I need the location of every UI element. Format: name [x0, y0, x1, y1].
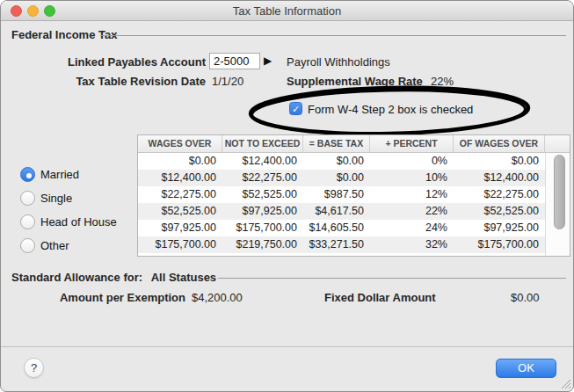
cell: 10%: [370, 170, 454, 186]
radio-single[interactable]: Single: [20, 191, 117, 206]
standard-allowance-title: Standard Allowance for:: [11, 271, 142, 284]
col-base-tax: = BASE TAX: [303, 135, 370, 152]
footer-divider: [1, 346, 573, 347]
cell: $0.00: [303, 153, 370, 170]
radio-other[interactable]: Other: [20, 238, 117, 253]
help-button[interactable]: ?: [24, 358, 44, 378]
cell: $97,925.00: [138, 220, 222, 236]
standard-allowance-heading: Standard Allowance for: All Statuses: [11, 271, 216, 284]
radio-other-control[interactable]: [20, 238, 35, 253]
cell: $52,525.00: [222, 186, 303, 203]
cell: $97,925.00: [222, 203, 303, 220]
radio-married[interactable]: Married: [20, 167, 117, 182]
revision-date-value: 1/1/20: [212, 75, 243, 88]
window-title: Tax Table Information: [233, 4, 341, 18]
table-row: $12,400.00 $22,275.00 $0.00 10% $12,400.…: [138, 170, 570, 186]
cell: 24%: [370, 220, 454, 236]
radio-head-of-house-label: Head of House: [40, 215, 117, 229]
amount-per-exemption-value: $4,200.00: [192, 291, 243, 304]
table-row: $0.00 $12,400.00 $0.00 0% $0.00: [138, 153, 570, 170]
cell: $0.00: [454, 153, 545, 170]
linked-payables-account-label: Linked Payables Account: [1, 55, 206, 69]
cell: $14,605.50: [303, 220, 370, 236]
cell: $22,275.00: [454, 186, 545, 203]
table-scrollbar-track[interactable]: [545, 153, 570, 256]
revision-date-label: Tax Table Revision Date: [1, 75, 206, 88]
cell: $52,525.00: [454, 203, 545, 220]
federal-section-rule: [100, 35, 566, 36]
col-not-to-exceed: NOT TO EXCEED: [222, 135, 303, 152]
cell: $22,275.00: [222, 170, 303, 186]
radio-head-of-house-control[interactable]: [20, 214, 35, 229]
cell: $12,400.00: [454, 170, 545, 186]
cell: $33,271.50: [303, 236, 370, 253]
zoom-window-icon[interactable]: [44, 5, 55, 17]
amount-per-exemption-label: Amount per Exemption: [1, 291, 185, 304]
col-percent: + PERCENT: [370, 135, 454, 152]
table-scrollbar-thumb[interactable]: [554, 155, 565, 229]
table-row: $22,275.00 $52,525.00 $987.50 12% $22,27…: [138, 186, 570, 203]
radio-married-control[interactable]: [20, 167, 35, 182]
cell: $22,275.00: [138, 186, 222, 203]
cell: $175,700.00: [454, 236, 545, 253]
cell: 22%: [370, 203, 454, 220]
radio-head-of-house[interactable]: Head of House: [20, 214, 117, 229]
radio-other-label: Other: [40, 239, 69, 252]
tax-table-information-dialog: Tax Table Information Federal Income Tax…: [0, 0, 574, 392]
cell: $175,700.00: [222, 220, 303, 236]
col-scrollbar-spacer: [545, 135, 570, 152]
cell: $175,700.00: [138, 236, 222, 253]
cell: $4,617.50: [303, 203, 370, 220]
minimize-window-icon[interactable]: [27, 5, 39, 17]
cell: $12,400.00: [138, 170, 222, 186]
cell: $219,750.00: [222, 236, 303, 253]
standard-allowance-rule: [218, 278, 566, 279]
table-row: $97,925.00 $175,700.00 $14,605.50 24% $9…: [138, 220, 570, 236]
account-detail-arrow-icon[interactable]: ▶: [264, 54, 272, 67]
linked-payables-account-name: Payroll Withholdings: [287, 55, 390, 69]
cell: 12%: [370, 186, 454, 203]
w4-step2-checkbox-label[interactable]: Form W-4 Step 2 box is checked: [308, 103, 473, 116]
filing-status-group: Married Single Head of House Other: [20, 167, 117, 262]
resize-grip[interactable]: [559, 377, 571, 389]
close-window-icon[interactable]: [11, 5, 22, 17]
fixed-dollar-amount-value: $0.00: [511, 291, 540, 304]
tax-bracket-table: WAGES OVER NOT TO EXCEED = BASE TAX + PE…: [137, 134, 570, 257]
ok-button[interactable]: OK: [496, 359, 556, 378]
cell: 32%: [370, 236, 454, 253]
radio-single-label: Single: [40, 192, 72, 205]
tax-table-header-row: WAGES OVER NOT TO EXCEED = BASE TAX + PE…: [138, 135, 570, 153]
cell: $0.00: [303, 170, 370, 186]
table-row: $52,525.00 $97,925.00 $4,617.50 22% $52,…: [138, 203, 570, 220]
col-wages-over: WAGES OVER: [138, 135, 222, 152]
supplemental-wage-rate-value: 22%: [431, 75, 454, 88]
cell: $12,400.00: [222, 153, 303, 170]
fixed-dollar-amount-label: Fixed Dollar Amount: [324, 291, 436, 304]
cell: $52,525.00: [138, 203, 222, 220]
title-bar: Tax Table Information: [1, 1, 573, 21]
supplemental-wage-rate-label: Supplemental Wage Rate: [287, 75, 423, 88]
radio-married-label: Married: [40, 168, 79, 181]
col-of-wages-over: OF WAGES OVER: [454, 135, 545, 152]
radio-single-control[interactable]: [20, 191, 35, 206]
w4-step2-checkbox[interactable]: ✓: [289, 102, 302, 115]
cell: $97,925.00: [454, 220, 545, 236]
table-row: $175,700.00 $219,750.00 $33,271.50 32% $…: [138, 236, 570, 253]
linked-payables-account-input[interactable]: 2-5000: [209, 53, 260, 69]
cell: 0%: [370, 153, 454, 170]
cell: $987.50: [303, 186, 370, 203]
window-controls: [11, 5, 55, 17]
standard-allowance-scope: All Statuses: [151, 271, 216, 284]
cell: $0.00: [138, 153, 222, 170]
